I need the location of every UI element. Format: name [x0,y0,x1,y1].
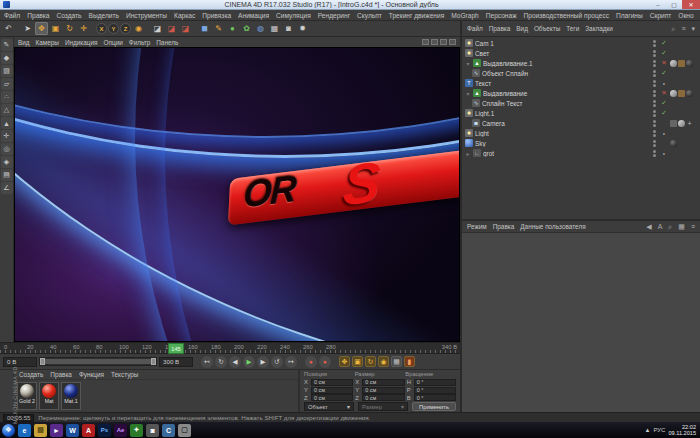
menu-render[interactable]: Рендеринг [318,12,350,19]
menu-edit[interactable]: Правка [27,12,49,19]
menu-motion-tracker[interactable]: Трекинг движения [389,12,444,19]
mat-menu-create[interactable]: Создать [19,371,43,378]
range-end-field[interactable]: 300 B [159,357,193,367]
expand-icon[interactable]: ▸ [465,150,471,157]
om-menu-tags[interactable]: Теги [566,25,579,32]
visibility-dots[interactable] [650,150,658,157]
vp-menu-panel[interactable]: Панель [156,39,178,46]
collapse-icon[interactable]: ▾ [691,25,695,33]
visibility-dots[interactable] [650,120,658,127]
lock-z-icon[interactable]: Z [120,23,131,34]
cinema4d-taskbar-icon[interactable]: C [162,424,175,437]
om-menu-file[interactable]: Файл [467,25,483,32]
object-row-extrude1[interactable]: ▾ ▲ Выдавливание.1 ✕ [462,58,700,68]
target-tag-icon[interactable] [678,120,685,127]
record-keyframe-button[interactable]: ● [305,356,317,368]
after-effects-icon[interactable]: Ae [114,424,127,437]
capture-icon[interactable]: ◙ [146,424,159,437]
snap-icon[interactable]: ◈ [1,156,13,168]
visibility-dots[interactable] [650,110,658,117]
quantize-icon[interactable]: ∠ [1,182,13,194]
menu-icon[interactable]: ≡ [691,223,695,230]
make-editable-icon[interactable]: ✎ [1,39,13,51]
play-button[interactable]: ▶ [243,356,255,368]
object-row-svet[interactable]: ✹ Свет ✓ [462,48,700,58]
om-menu-view[interactable]: Вид [516,25,528,32]
om-menu-bookmarks[interactable]: Закладки [585,25,613,32]
utility-icon[interactable]: ✦ [130,424,143,437]
texture-tag-icon[interactable] [678,60,685,67]
menu-window[interactable]: Окно [678,12,693,19]
timeline-scrubber[interactable]: 145 [168,343,184,354]
move-tool-icon[interactable]: ✥ [35,22,48,35]
menu-select[interactable]: Выделить [89,12,119,19]
om-menu-objects[interactable]: Объекты [534,25,560,32]
render-view-icon[interactable]: ◪ [151,22,164,35]
protection-tag-icon[interactable]: + [686,120,693,127]
keyframe-selection-button[interactable]: ▮ [404,356,415,367]
enable-axis-icon[interactable]: ✛ [1,130,13,142]
key-parameter-toggle[interactable]: ◉ [378,356,389,367]
key-scale-toggle[interactable]: ▣ [352,356,363,367]
file-explorer-icon[interactable]: ▤ [34,424,47,437]
object-row-sky[interactable]: Sky [462,138,700,148]
menu-mesh[interactable]: Каркас [174,12,195,19]
acrobat-icon[interactable]: A [82,424,95,437]
add-array-icon[interactable]: ▦ [268,22,281,35]
back-icon[interactable]: ◀ [646,223,651,231]
size-x-field[interactable]: 0 см [362,379,404,386]
am-menu-userdata[interactable]: Данные пользователя [520,223,585,230]
menu-snap[interactable]: Привязка [202,12,231,19]
render-region-icon[interactable]: ◪ [165,22,178,35]
menu-sculpt[interactable]: Скульпт [357,12,382,19]
visibility-dots[interactable] [650,100,658,107]
menu-create[interactable]: Создать [57,12,82,19]
mat-menu-textures[interactable]: Текстуры [111,371,138,378]
scale-tool-icon[interactable]: ▣ [49,22,62,35]
object-row-light1[interactable]: ✹ Light.1 ✓ [462,108,700,118]
goto-end-button[interactable]: ↦ [285,356,297,368]
font-icon[interactable]: A [658,223,663,230]
visibility-dots[interactable] [650,140,658,147]
phong-tag-icon[interactable] [670,60,677,67]
internet-explorer-icon[interactable]: e [18,424,31,437]
texture-tag-icon[interactable] [678,90,685,97]
mat-menu-function[interactable]: Функция [79,371,104,378]
undo-icon[interactable]: ↶ [2,22,15,35]
photoshop-icon[interactable]: Ps [98,424,111,437]
size-mode-dropdown[interactable]: Размер ▾ [358,402,408,411]
add-camera-icon[interactable]: ◙ [282,22,295,35]
workplane-icon[interactable]: ▤ [1,169,13,181]
size-y-field[interactable]: 0 см [362,387,404,394]
taskbar-clock[interactable]: 22:02 09.11.2015 [668,424,698,436]
zoom-view-icon[interactable] [431,39,438,45]
polygons-mode-icon[interactable]: ▲ [1,117,13,129]
rot-h-field[interactable]: 0 ° [414,379,456,386]
visibility-dots[interactable] [650,50,658,57]
visibility-dots[interactable] [650,70,658,77]
viewport-solo-icon[interactable]: ◎ [1,143,13,155]
texture-mode-icon[interactable]: ▨ [1,65,13,77]
menu-tools[interactable]: Инструменты [126,12,167,19]
object-row-cam1[interactable]: ✹ Cam 1 ✓ [462,38,700,48]
size-z-field[interactable]: 0 см [362,394,404,401]
material-navy[interactable]: Mat.1 [61,382,81,410]
visibility-dots[interactable] [650,60,658,67]
language-indicator[interactable]: РУС [653,427,665,433]
visibility-dots[interactable] [650,80,658,87]
key-pla-toggle[interactable]: ▦ [391,356,402,367]
coord-system-dropdown[interactable]: Объект ▾ [304,402,354,411]
key-position-toggle[interactable]: ✥ [339,356,350,367]
prev-frame-button[interactable]: ◀ [229,356,241,368]
menu-character[interactable]: Персонаж [486,12,517,19]
close-button[interactable]: ✕ [682,0,700,9]
cycle-button[interactable]: ↺ [271,356,283,368]
menu-file[interactable]: Файл [4,12,20,19]
start-button[interactable]: ❖ [2,424,15,437]
expand-icon[interactable]: ▾ [465,60,471,67]
pos-x-field[interactable]: 0 см [311,379,353,386]
next-frame-button[interactable]: ▶ [257,356,269,368]
timeline-ruler[interactable]: 0 20 40 60 80 100 120 140 160 180 200 22… [0,342,460,354]
material-tag-icon[interactable] [686,60,693,67]
pan-view-icon[interactable] [422,39,429,45]
